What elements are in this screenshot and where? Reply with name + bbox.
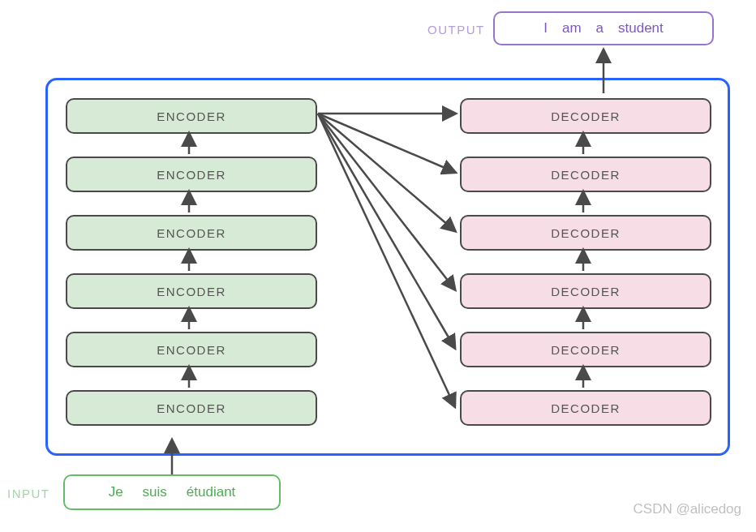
watermark-text: CSDN @alicedog [634,501,741,517]
decoder-block: DECODER [460,273,711,309]
model-container: ENCODER ENCODER ENCODER ENCODER ENCODER … [45,78,730,456]
encoder-stack: ENCODER ENCODER ENCODER ENCODER ENCODER … [66,98,317,426]
decoder-stack: DECODER DECODER DECODER DECODER DECODER … [460,98,711,426]
encoder-block: ENCODER [66,98,317,134]
output-token: am [562,20,582,36]
input-box: Je suis étudiant [63,474,281,510]
output-label: OUTPUT [427,23,485,36]
encoder-block: ENCODER [66,273,317,309]
input-label: INPUT [7,487,50,500]
output-token: student [618,20,664,36]
input-token: étudiant [187,484,236,500]
output-token: a [596,20,604,36]
input-token: suis [143,484,167,500]
decoder-block: DECODER [460,215,711,251]
decoder-block: DECODER [460,332,711,367]
input-token: Je [109,484,123,500]
decoder-block: DECODER [460,390,711,426]
decoder-block: DECODER [460,157,711,192]
encoder-block: ENCODER [66,332,317,367]
decoder-block: DECODER [460,98,711,134]
encoder-block: ENCODER [66,215,317,251]
output-box: I am a student [493,11,714,45]
output-token: I [543,20,548,36]
encoder-block: ENCODER [66,157,317,192]
encoder-block: ENCODER [66,390,317,426]
